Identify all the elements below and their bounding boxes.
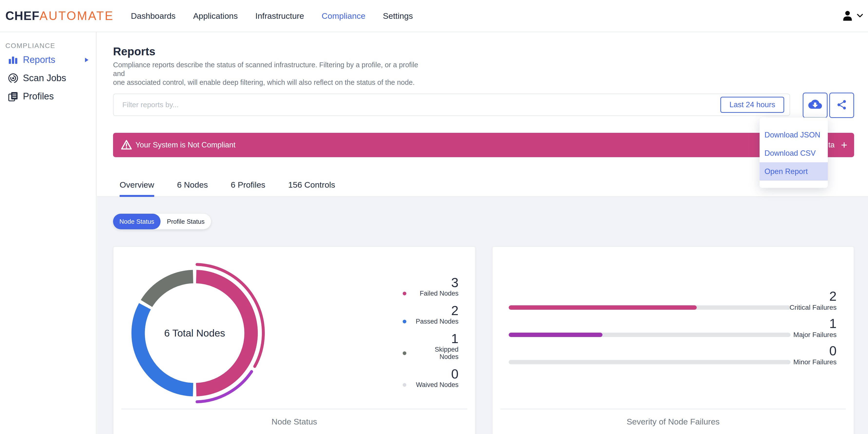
card-divider	[500, 409, 846, 409]
radar-icon	[8, 73, 19, 84]
legend-value: 2	[403, 304, 459, 317]
legend-label: Passed Nodes	[415, 318, 459, 325]
sidebar-item-profiles[interactable]: Profiles	[0, 87, 96, 105]
page-title: Reports	[113, 45, 155, 58]
legend-label: Skipped Nodes	[415, 346, 459, 361]
severity-row-major: 1 Major Failures	[509, 316, 854, 344]
severity-label: Minor Failures	[794, 359, 837, 366]
node-status-card: 6 Total Nodes 3 Failed Nodes 2 Passed No…	[113, 246, 475, 434]
chevron-right-icon	[85, 58, 89, 62]
download-report-button[interactable]	[803, 93, 828, 118]
compliance-status-banner: Your System is Not Compliant ta +	[113, 133, 854, 157]
legend-value: 1	[403, 332, 459, 345]
tab-controls[interactable]: 156 Controls	[288, 180, 335, 197]
bar-fill	[509, 305, 697, 310]
nav-item-infrastructure[interactable]: Infrastructure	[247, 11, 313, 21]
sidebar-item-label: Reports	[23, 55, 55, 65]
legend-dot	[403, 292, 406, 296]
filter-reports-input[interactable]	[114, 94, 718, 116]
download-dropdown-menu: Download JSON Download CSV Open Report	[760, 118, 828, 188]
legend-dot	[403, 320, 406, 323]
sidebar-item-label: Profiles	[23, 91, 54, 102]
bar-track	[509, 333, 790, 337]
share-icon	[836, 99, 847, 111]
sidebar-section-label: COMPLIANCE	[5, 42, 55, 50]
card-divider	[121, 409, 467, 409]
menu-item-download-json[interactable]: Download JSON	[760, 126, 828, 144]
severity-value: 1	[829, 316, 837, 330]
legend-dot	[403, 383, 406, 387]
banner-message: Your System is Not Compliant	[135, 133, 236, 157]
bar-track	[509, 305, 790, 310]
tab-overview[interactable]: Overview	[120, 180, 154, 197]
time-range-button[interactable]: Last 24 hours	[720, 97, 784, 113]
banner-partial-text: ta	[828, 133, 835, 157]
sidebar-item-label: Scan Jobs	[23, 73, 66, 83]
nav-item-compliance[interactable]: Compliance	[313, 11, 374, 21]
severity-label: Critical Failures	[789, 304, 837, 311]
severity-value: 0	[829, 344, 837, 358]
sidebar-item-scan-jobs[interactable]: Scan Jobs	[0, 69, 96, 87]
legend-label: Failed Nodes	[415, 290, 459, 297]
donut-center-label: 6 Total Nodes	[119, 257, 270, 409]
logo-chef-text: CHEF	[5, 9, 39, 23]
menu-item-download-csv[interactable]: Download CSV	[760, 144, 828, 162]
severity-card: 2 Critical Failures 1 Major Failures 0 M…	[492, 246, 854, 434]
toggle-profile-status[interactable]: Profile Status	[160, 214, 211, 229]
logo-automate-text: AUTOMATE	[39, 9, 114, 23]
menu-item-open-report[interactable]: Open Report	[760, 162, 828, 181]
card-caption: Severity of Node Failures	[493, 417, 854, 427]
card-caption: Node Status	[114, 417, 475, 427]
severity-bars: 2 Critical Failures 1 Major Failures 0 M…	[509, 289, 854, 371]
severity-row-critical: 2 Critical Failures	[509, 289, 854, 316]
documents-icon	[8, 91, 19, 102]
user-avatar-icon[interactable]	[842, 10, 853, 22]
filter-bar: Last 24 hours	[113, 94, 790, 116]
severity-row-minor: 0 Minor Failures	[509, 344, 854, 371]
severity-label: Major Failures	[794, 331, 837, 339]
node-status-donut: 6 Total Nodes	[119, 257, 270, 409]
nav-item-applications[interactable]: Applications	[184, 11, 247, 21]
legend-item-skipped: 1 Skipped Nodes	[403, 332, 459, 361]
legend-label: Waived Nodes	[415, 381, 459, 389]
bar-chart-icon	[8, 55, 19, 65]
nav-item-dashboards[interactable]: Dashboards	[122, 11, 184, 21]
donut-legend: 3 Failed Nodes 2 Passed Nodes 1 Skipped …	[403, 276, 459, 389]
legend-value: 0	[403, 367, 459, 381]
status-toggle: Node Status Profile Status	[113, 214, 211, 229]
report-tabs: Overview 6 Nodes 6 Profiles 156 Controls	[120, 180, 358, 197]
share-button[interactable]	[829, 93, 854, 118]
legend-value: 3	[403, 276, 459, 289]
warning-triangle-icon	[121, 140, 132, 150]
sidebar-item-reports[interactable]: Reports	[0, 51, 96, 69]
top-navigation-bar: CHEFAUTOMATE Dashboards Applications Inf…	[0, 0, 868, 32]
tab-nodes[interactable]: 6 Nodes	[177, 180, 208, 197]
chevron-down-icon[interactable]	[857, 13, 863, 19]
legend-item-failed: 3 Failed Nodes	[403, 276, 459, 297]
nav-item-settings[interactable]: Settings	[374, 11, 422, 21]
plus-icon[interactable]: +	[841, 133, 847, 157]
bar-track	[509, 360, 790, 364]
severity-value: 2	[829, 289, 837, 303]
toggle-node-status[interactable]: Node Status	[113, 214, 160, 229]
bar-fill	[509, 333, 602, 337]
legend-item-waived: 0 Waived Nodes	[403, 367, 459, 389]
legend-item-passed: 2 Passed Nodes	[403, 304, 459, 325]
primary-nav: Dashboards Applications Infrastructure C…	[122, 11, 422, 21]
sidebar: COMPLIANCE Reports Scan Jobs	[0, 32, 96, 434]
page-description: Compliance reports describe the status o…	[113, 60, 425, 87]
legend-dot	[403, 351, 406, 355]
cloud-download-icon	[808, 100, 822, 111]
tab-profiles[interactable]: 6 Profiles	[231, 180, 265, 197]
main-content: Reports Compliance reports describe the …	[97, 32, 868, 434]
user-menu[interactable]	[842, 0, 863, 32]
chef-automate-logo[interactable]: CHEFAUTOMATE	[5, 9, 114, 23]
